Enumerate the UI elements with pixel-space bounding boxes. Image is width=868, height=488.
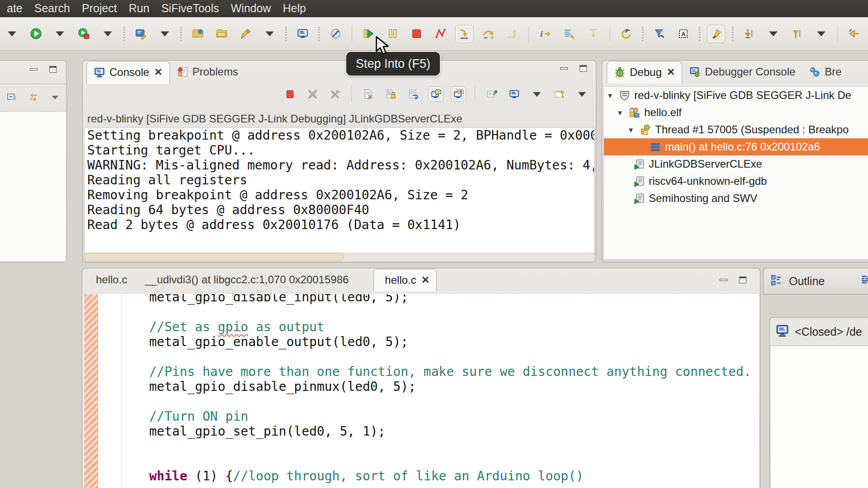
project-explorer-content[interactable]: [0, 111, 66, 261]
expand-arrow-icon[interactable]: ▼: [617, 109, 625, 117]
step-over-button[interactable]: [479, 25, 497, 43]
dropdown-button[interactable]: [812, 25, 830, 43]
remove-launch-button[interactable]: [305, 86, 320, 102]
import-folder-button[interactable]: [189, 25, 207, 43]
dropdown-button[interactable]: [260, 25, 278, 43]
maximize-button[interactable]: [49, 66, 57, 73]
close-icon[interactable]: ✕: [421, 274, 429, 286]
link-with-editor-button[interactable]: [27, 90, 40, 104]
debug-tab-bre[interactable]: Bre: [802, 61, 848, 83]
memory-button[interactable]: A: [674, 25, 692, 43]
menu-project[interactable]: Project: [76, 0, 123, 17]
close-icon[interactable]: ✕: [667, 66, 675, 78]
step-return-button[interactable]: [503, 25, 521, 43]
console-output[interactable]: Setting breakpoint @ address 0x200102A6,…: [84, 127, 594, 253]
instruction-list-icon: [563, 28, 576, 40]
restart-button[interactable]: [617, 25, 635, 43]
collapse-all-button[interactable]: [5, 90, 19, 104]
dropdown-button[interactable]: [51, 25, 69, 43]
terminate-red-button[interactable]: [282, 86, 297, 102]
debug-tree-row[interactable]: ▼Thread #1 57005 (Suspended : Breakpo: [604, 121, 868, 138]
menu-run[interactable]: Run: [123, 0, 156, 17]
debug-tree-row[interactable]: ▼hello.elf: [604, 104, 868, 121]
pin-console-button[interactable]: [484, 86, 499, 102]
menu-help[interactable]: Help: [277, 0, 311, 17]
console-line: Removing breakpoint @ address 0x200102A6…: [85, 188, 594, 202]
debug-tab-debugger-console[interactable]: Debugger Console: [682, 61, 802, 83]
word-wrap-button[interactable]: [406, 86, 421, 102]
console-tab-console[interactable]: Console✕: [86, 61, 170, 84]
maximize-button[interactable]: [580, 65, 587, 72]
scroll-lock-button[interactable]: [383, 86, 398, 102]
debug-tree-row[interactable]: JLinkGDBServerCLExe: [604, 155, 868, 173]
dropdown-button[interactable]: [529, 86, 544, 102]
remove-all-launches-button[interactable]: [327, 86, 343, 102]
console-tab-problems[interactable]: Problems: [170, 61, 245, 83]
view-menu-dropdown-button[interactable]: [48, 90, 62, 104]
disconnect-button[interactable]: [431, 25, 449, 43]
dropdown-button[interactable]: [764, 25, 782, 43]
console-hscrollbar-thumb[interactable]: [84, 253, 344, 261]
step-into-button[interactable]: [455, 25, 473, 43]
terminate-relaunch-button[interactable]: [75, 25, 93, 43]
previous-annotation-button[interactable]: [788, 25, 806, 43]
debug-tree[interactable]: ▼red-v-blinky [SiFive GDB SEGGER J-Link …: [604, 86, 868, 260]
editor-tab-hello-c[interactable]: hello.c: [85, 268, 134, 291]
stacked-view-icon[interactable]: [861, 274, 868, 289]
code-editor[interactable]: metal_gpio_disable_input(led0, 5); //Set…: [83, 294, 759, 488]
clear-console-button[interactable]: [360, 86, 376, 102]
debug-tree-row[interactable]: ▼red-v-blinky [SiFive GDB SEGGER J-Link …: [604, 87, 868, 104]
disconnect-icon: [434, 28, 447, 40]
dropdown-button[interactable]: [574, 86, 590, 102]
display-console-button[interactable]: [506, 86, 522, 102]
outline-panel-header[interactable]: Outline: [763, 268, 868, 295]
minimize-button[interactable]: [30, 68, 38, 70]
dropdown-button[interactable]: [99, 25, 117, 43]
close-icon[interactable]: ✕: [154, 66, 162, 78]
terminal-content[interactable]: [771, 346, 868, 488]
code-token: while: [149, 469, 187, 483]
console-view-button[interactable]: [293, 25, 311, 43]
editor-tab--udivdi3-at-libgcc2-c-1-070-0x20015986[interactable]: __udivdi3() at libgcc2.c:1,070 0x2001598…: [134, 268, 355, 291]
menu-ate[interactable]: ate: [1, 0, 28, 17]
expand-arrow-icon[interactable]: ▼: [607, 92, 615, 99]
instruction-stepping-button[interactable]: i: [536, 25, 554, 43]
run-button[interactable]: [27, 25, 45, 43]
open-folder-button[interactable]: [212, 25, 231, 43]
dropdown-button[interactable]: [3, 25, 21, 43]
instruction-list-button[interactable]: [560, 25, 578, 43]
toolbar-separator: [123, 27, 125, 41]
drop-to-frame-button[interactable]: [584, 25, 602, 43]
open-folder-icon: [216, 28, 228, 40]
debug-tree-row[interactable]: main() at hello.c:76 0x200102a6: [604, 138, 868, 155]
expand-arrow-icon[interactable]: ▼: [627, 126, 636, 134]
format-brush-button[interactable]: [707, 25, 725, 43]
minimize-button[interactable]: [560, 67, 568, 70]
open-console-button[interactable]: [552, 86, 567, 102]
minimize-button[interactable]: [720, 279, 727, 281]
skip-all-breakpoints-button[interactable]: [326, 25, 344, 43]
dropdown-button[interactable]: [156, 25, 174, 43]
code-line: metal_gpio_disable_pinmux(led0, 5);: [83, 379, 759, 394]
debug-tab-debug[interactable]: Debug✕: [607, 61, 682, 84]
step-filters-button[interactable]: [650, 25, 668, 43]
menu-sifivetools[interactable]: SiFiveTools: [156, 0, 225, 17]
last-edit-location-button[interactable]: [845, 25, 863, 43]
maximize-button[interactable]: [739, 277, 746, 283]
terminal-tab[interactable]: <Closed> /de: [770, 318, 868, 346]
flashlight-button[interactable]: [236, 25, 255, 43]
show-on-stdout-button[interactable]: [428, 86, 443, 102]
dropdown-icon: [264, 28, 276, 40]
debug-tree-row[interactable]: Semihosting and SWV: [604, 190, 868, 207]
code-line: metal_gpio_disable_input(led0, 5);: [83, 294, 759, 305]
debug-tree-row[interactable]: riscv64-unknown-elf-gdb: [604, 173, 868, 190]
debug-tabrow: Debug✕Debugger ConsoleBre: [602, 61, 868, 83]
next-annotation-button[interactable]: [740, 25, 758, 43]
menu-window[interactable]: Window: [225, 0, 277, 17]
editor-tab-hello-c[interactable]: hello.c✕: [373, 269, 437, 291]
stop-button[interactable]: [407, 25, 425, 43]
menu-search[interactable]: Search: [28, 0, 76, 17]
show-on-stderr-button[interactable]: [451, 86, 466, 102]
new-wizard-button[interactable]: [132, 25, 150, 43]
step-over-icon: [482, 28, 495, 40]
